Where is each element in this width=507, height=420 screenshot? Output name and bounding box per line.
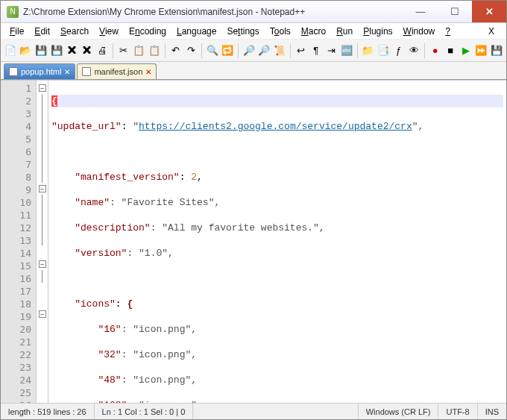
- save-icon[interactable]: 💾: [34, 43, 48, 59]
- window-title: Z:\Chrome Extension\My Chrome Extension\…: [23, 7, 403, 17]
- toolbar-sep: [201, 43, 202, 58]
- find-icon[interactable]: 🔍: [206, 43, 219, 59]
- status-bar: length : 519 lines : 26 Ln : 1 Col : 1 S…: [1, 403, 506, 419]
- menu-edit[interactable]: Edit: [30, 25, 54, 38]
- zoom-out-icon[interactable]: 🔎: [257, 43, 271, 59]
- tab-label: popup.html: [21, 67, 61, 76]
- line-number-gutter: 1234567891011121314151617181920212223242…: [1, 81, 37, 403]
- menu-search[interactable]: Search: [56, 25, 93, 38]
- menu-run[interactable]: Run: [332, 25, 357, 38]
- tab-popup-html[interactable]: popup.html ✕: [4, 63, 75, 79]
- menu-window[interactable]: Window: [399, 25, 440, 38]
- fold-toggle-icon[interactable]: −: [39, 260, 46, 268]
- close-file-icon[interactable]: 🗙: [65, 43, 78, 59]
- close-button[interactable]: ✕: [472, 1, 506, 22]
- toolbar-sep: [238, 43, 239, 58]
- minimize-button[interactable]: —: [403, 1, 438, 22]
- toolbar-sep: [290, 43, 291, 58]
- redo-icon[interactable]: ↷: [184, 43, 198, 59]
- title-bar: N Z:\Chrome Extension\My Chrome Extensio…: [1, 1, 506, 23]
- replace-icon[interactable]: 🔁: [221, 43, 234, 59]
- fold-toggle-icon[interactable]: −: [39, 84, 46, 92]
- toolbar-sep: [113, 43, 113, 58]
- status-eol[interactable]: Windows (CR LF): [359, 404, 439, 419]
- code-area[interactable]: { "update_url": "https://clients2.google…: [48, 81, 506, 403]
- show-chars-icon[interactable]: ¶: [309, 43, 323, 59]
- repeat-macro-icon[interactable]: ⏩: [475, 43, 488, 59]
- new-file-icon[interactable]: 📄: [4, 43, 17, 59]
- toolbar-sep: [424, 43, 425, 58]
- print-icon[interactable]: 🖨: [96, 43, 110, 59]
- sync-scroll-icon[interactable]: 📜: [273, 43, 286, 59]
- open-file-icon[interactable]: 📂: [19, 43, 33, 59]
- menu-language[interactable]: Language: [172, 25, 221, 38]
- status-position: Ln : 1 Col : 1 Sel : 0 | 0: [95, 404, 194, 419]
- folder-icon[interactable]: 📁: [362, 43, 375, 59]
- app-icon: N: [7, 6, 19, 18]
- menu-close-doc[interactable]: X: [481, 25, 502, 38]
- lang-icon[interactable]: 🔤: [340, 43, 353, 59]
- menu-macro[interactable]: Macro: [297, 25, 330, 38]
- menu-plugins[interactable]: Plugins: [359, 25, 397, 38]
- func-list-icon[interactable]: ƒ: [392, 43, 406, 59]
- fold-toggle-icon[interactable]: −: [39, 185, 46, 192]
- play-macro-icon[interactable]: ▶: [459, 43, 473, 59]
- status-insert-mode[interactable]: INS: [478, 404, 506, 419]
- monitor-icon[interactable]: 👁: [407, 43, 421, 59]
- indent-guide-icon[interactable]: ⇥: [325, 43, 338, 59]
- tab-close-icon[interactable]: ✕: [64, 68, 70, 76]
- zoom-in-icon[interactable]: 🔎: [242, 43, 256, 59]
- maximize-button[interactable]: ☐: [438, 1, 472, 22]
- tab-close-icon[interactable]: ✕: [145, 68, 151, 76]
- menu-file[interactable]: File: [5, 25, 28, 38]
- toolbar: 📄 📂 💾 💾 🗙 🗙 🖨 ✂ 📋 📋 ↶ ↷ 🔍 🔁 🔎 🔎 📜 ↩ ¶ ⇥ …: [1, 40, 506, 62]
- undo-icon[interactable]: ↶: [169, 43, 183, 59]
- status-length: length : 519 lines : 26: [1, 404, 95, 419]
- stop-macro-icon[interactable]: ■: [444, 43, 457, 59]
- menu-bar: File Edit Search View Encoding Language …: [1, 23, 506, 40]
- menu-settings[interactable]: Settings: [222, 25, 263, 38]
- copy-icon[interactable]: 📋: [133, 43, 146, 59]
- file-icon: [82, 67, 91, 76]
- menu-encoding[interactable]: Encoding: [125, 25, 171, 38]
- record-macro-icon[interactable]: ●: [429, 43, 442, 59]
- tab-manifest-json[interactable]: manifest.json ✕: [77, 63, 157, 79]
- tab-bar: popup.html ✕ manifest.json ✕: [1, 62, 506, 80]
- close-all-icon[interactable]: 🗙: [81, 43, 94, 59]
- menu-help[interactable]: ?: [441, 25, 455, 38]
- editor[interactable]: 1234567891011121314151617181920212223242…: [1, 80, 506, 403]
- toolbar-sep: [357, 43, 358, 58]
- fold-toggle-icon[interactable]: −: [39, 310, 46, 318]
- cut-icon[interactable]: ✂: [117, 43, 130, 59]
- paste-icon[interactable]: 📋: [148, 43, 161, 59]
- tab-label: manifest.json: [94, 67, 142, 76]
- status-encoding[interactable]: UTF-8: [438, 404, 477, 419]
- menu-tools[interactable]: Tools: [265, 25, 295, 38]
- menu-view[interactable]: View: [95, 25, 123, 38]
- save-all-icon[interactable]: 💾: [50, 43, 63, 59]
- file-icon: [9, 67, 18, 76]
- toolbar-sep: [165, 43, 166, 58]
- fold-gutter[interactable]: − − − −: [37, 81, 48, 403]
- save-macro-icon[interactable]: 💾: [490, 43, 503, 59]
- doc-map-icon[interactable]: 📑: [377, 43, 390, 59]
- wordwrap-icon[interactable]: ↩: [294, 43, 307, 59]
